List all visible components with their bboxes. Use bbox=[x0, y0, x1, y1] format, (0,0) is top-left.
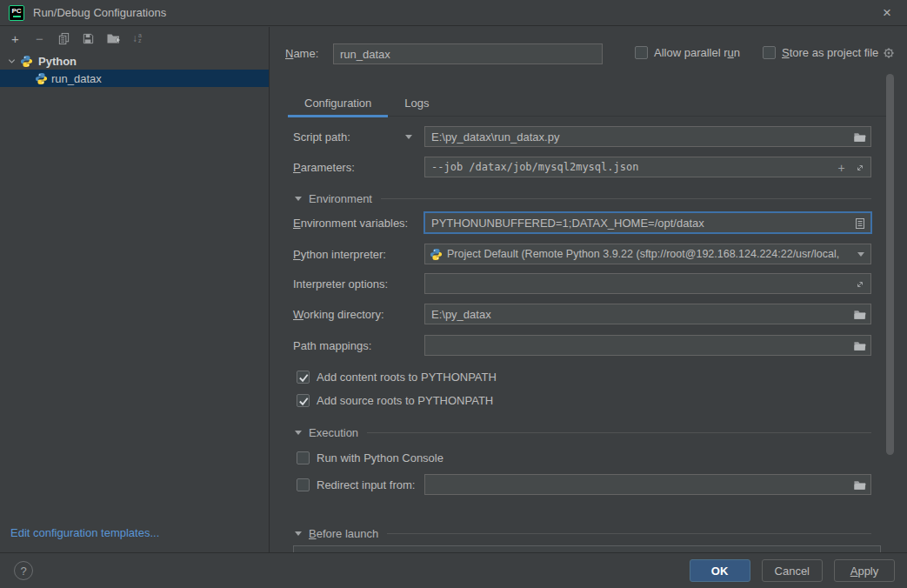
store-as-project-file-option: Store as project file bbox=[763, 46, 878, 59]
run-debug-configurations-dialog: PC Run/Debug Configurations × + − ↓ az bbox=[0, 0, 907, 588]
add-content-roots-row: Add content roots to PYTHONPATH bbox=[293, 370, 871, 384]
parameters-row: Parameters: + bbox=[293, 157, 871, 177]
minus-icon: − bbox=[36, 32, 43, 45]
cancel-button[interactable]: Cancel bbox=[762, 559, 823, 582]
tab-configuration[interactable]: Configuration bbox=[288, 90, 388, 116]
redirect-input-checkbox[interactable] bbox=[297, 478, 310, 491]
tab-configuration-label: Configuration bbox=[304, 97, 371, 110]
name-input[interactable] bbox=[333, 43, 603, 64]
path-mappings-label: Path mappings: bbox=[293, 339, 371, 352]
tree-group-python[interactable]: Python bbox=[0, 52, 269, 70]
interpreter-options-input[interactable] bbox=[425, 274, 870, 293]
allow-parallel-run-label: Allow parallel run bbox=[654, 46, 740, 59]
before-launch-section-label: Before launch bbox=[309, 527, 378, 540]
copy-icon bbox=[57, 32, 70, 45]
browse-folder-icon[interactable] bbox=[852, 338, 867, 353]
interpreter-options-row: Interpreter options: bbox=[293, 273, 871, 294]
add-source-roots-checkbox[interactable] bbox=[297, 394, 310, 407]
add-content-roots-checkbox[interactable] bbox=[297, 371, 310, 384]
redirect-input-row: Redirect input from: bbox=[293, 474, 871, 495]
script-path-row: Script path: bbox=[293, 126, 871, 147]
store-as-project-file-checkbox[interactable] bbox=[763, 46, 776, 59]
collapse-triangle-icon[interactable] bbox=[295, 531, 302, 536]
redirect-input-label: Redirect input from: bbox=[317, 478, 415, 491]
collapse-triangle-icon[interactable] bbox=[295, 197, 302, 201]
run-with-python-console-label: Run with Python Console bbox=[317, 451, 443, 464]
script-path-input[interactable] bbox=[425, 127, 870, 146]
collapse-triangle-icon[interactable] bbox=[295, 431, 302, 435]
ok-button[interactable]: OK bbox=[690, 559, 750, 582]
add-source-roots-label: Add source roots to PYTHONPATH bbox=[317, 394, 493, 407]
insert-macro-plus-icon[interactable]: + bbox=[834, 160, 849, 175]
working-directory-input[interactable] bbox=[425, 304, 870, 324]
browse-folder-icon[interactable] bbox=[852, 478, 867, 492]
python-icon bbox=[35, 72, 48, 85]
dropdown-arrow-icon[interactable] bbox=[405, 135, 412, 139]
configuration-panel: Name: Allow parallel run Store as projec… bbox=[270, 27, 907, 552]
pycharm-logo-icon: PC bbox=[9, 5, 24, 21]
before-launch-section-header[interactable]: Before launch bbox=[293, 526, 871, 540]
path-mappings-input[interactable] bbox=[425, 336, 870, 355]
settings-gear-icon[interactable] bbox=[882, 46, 896, 63]
chevron-down-icon[interactable] bbox=[7, 57, 17, 66]
tab-logs[interactable]: Logs bbox=[388, 90, 445, 116]
expand-field-icon[interactable] bbox=[852, 277, 867, 291]
pycharm-logo-text: PC bbox=[11, 8, 21, 15]
working-directory-label: Working directory: bbox=[293, 308, 384, 321]
before-launch-listbox[interactable] bbox=[293, 545, 881, 552]
tab-logs-label: Logs bbox=[404, 97, 429, 110]
expand-field-icon[interactable] bbox=[852, 160, 867, 175]
section-divider bbox=[381, 198, 871, 199]
python-interpreter-label: Python interpreter: bbox=[293, 248, 386, 261]
vertical-scrollbar[interactable] bbox=[886, 74, 894, 455]
parameters-input[interactable] bbox=[425, 157, 870, 177]
tree-item-run-datax[interactable]: run_datax bbox=[0, 70, 269, 87]
add-source-roots-row: Add source roots to PYTHONPATH bbox=[293, 393, 871, 407]
section-divider bbox=[367, 432, 871, 433]
variables-list-icon[interactable] bbox=[852, 216, 867, 231]
dropdown-arrow-icon[interactable] bbox=[857, 252, 864, 257]
save-configuration-button[interactable] bbox=[81, 31, 96, 46]
remove-configuration-button[interactable]: − bbox=[32, 31, 47, 46]
parameters-label: Parameters: bbox=[293, 161, 355, 174]
script-path-label: Script path: bbox=[293, 130, 350, 144]
allow-parallel-run-checkbox[interactable] bbox=[635, 46, 648, 59]
configurations-tree: Python run_datax bbox=[0, 52, 269, 87]
section-divider bbox=[387, 533, 871, 534]
run-with-python-console-row: Run with Python Console bbox=[293, 451, 871, 464]
execution-section-header[interactable]: Execution bbox=[293, 425, 871, 439]
run-with-python-console-checkbox[interactable] bbox=[297, 451, 310, 464]
question-mark-icon: ? bbox=[20, 565, 26, 578]
environment-variables-row: Environment variables: bbox=[293, 212, 871, 233]
configuration-form: Script path: Parameters: + Environment bbox=[293, 126, 871, 552]
apply-button[interactable]: Apply bbox=[834, 559, 895, 582]
python-interpreter-select[interactable]: Project Default (Remote Python 3.9.22 (s… bbox=[424, 244, 871, 264]
configurations-sidebar: + − ↓ az Python bbox=[0, 27, 270, 552]
save-icon bbox=[82, 32, 95, 45]
dialog-title: Run/Debug Configurations bbox=[33, 6, 166, 19]
store-as-project-file-label: Store as project file bbox=[782, 46, 878, 59]
add-configuration-button[interactable]: + bbox=[8, 31, 23, 46]
new-folder-button[interactable] bbox=[105, 31, 120, 46]
name-label: Name: bbox=[285, 47, 318, 60]
redirect-input-input[interactable] bbox=[425, 475, 870, 494]
sort-configurations-button[interactable]: ↓ az bbox=[130, 31, 144, 46]
folder-add-icon bbox=[106, 31, 120, 45]
name-row: Name: Allow parallel run Store as projec… bbox=[270, 43, 907, 64]
edit-configuration-templates-link[interactable]: Edit configuration templates... bbox=[10, 526, 159, 539]
python-icon bbox=[20, 55, 33, 68]
titlebar: PC Run/Debug Configurations × bbox=[0, 0, 907, 26]
help-button[interactable]: ? bbox=[14, 561, 33, 580]
copy-configuration-button[interactable] bbox=[57, 31, 71, 46]
sort-letter-z: z bbox=[138, 38, 142, 43]
environment-variables-input[interactable] bbox=[425, 213, 870, 232]
environment-section-header[interactable]: Environment bbox=[293, 191, 871, 205]
close-icon[interactable]: × bbox=[876, 4, 898, 22]
allow-parallel-run-option: Allow parallel run bbox=[635, 46, 740, 59]
execution-section-label: Execution bbox=[309, 426, 358, 439]
path-mappings-row: Path mappings: bbox=[293, 335, 871, 356]
pycharm-logo-underline bbox=[13, 16, 21, 17]
browse-folder-icon[interactable] bbox=[852, 130, 867, 144]
environment-section-label: Environment bbox=[309, 192, 372, 205]
browse-folder-icon[interactable] bbox=[852, 307, 867, 322]
